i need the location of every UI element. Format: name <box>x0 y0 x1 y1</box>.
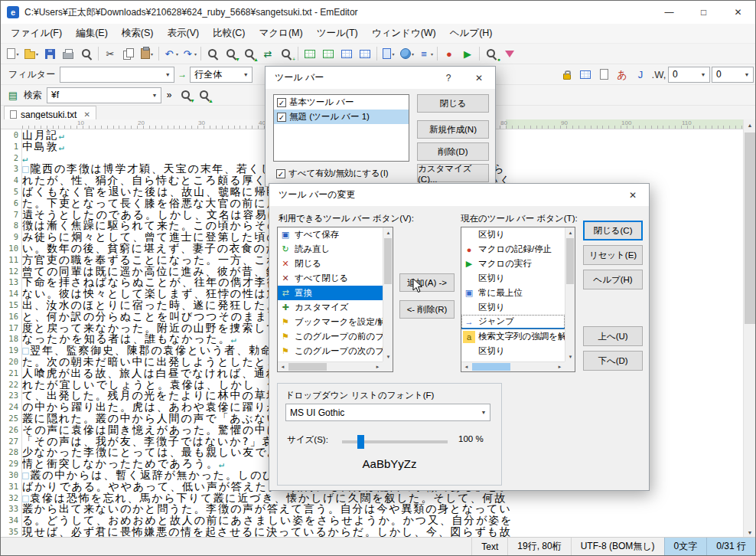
paste-button[interactable]: ▾ <box>138 45 156 62</box>
menu-item-compare[interactable]: 比較(C) <box>206 24 252 43</box>
toolbar-list-item[interactable]: ✓基本ツール バー <box>274 95 409 110</box>
menu-item-macros[interactable]: マクロ(M) <box>253 24 310 43</box>
menu-item-view[interactable]: 表示(V) <box>160 24 206 43</box>
chevron-down-icon[interactable]: ▾ <box>176 51 178 57</box>
font-size-slider-thumb[interactable] <box>357 435 364 449</box>
reset-button[interactable]: リセット(E) <box>583 245 643 265</box>
customize-button[interactable]: カスタマイズ(C)... <box>417 164 489 182</box>
button-list-item[interactable]: ↻読み直し <box>278 242 383 257</box>
scroll-up-icon[interactable]: ▲ <box>744 119 756 131</box>
find-button[interactable] <box>204 45 222 62</box>
redo-button[interactable]: ↷▾ <box>180 45 198 62</box>
dialog-close-icon[interactable]: ✕ <box>618 184 647 206</box>
apply-filter-button[interactable]: → <box>174 67 190 83</box>
editor-line-35[interactable]: 35現せば、必ず君に畏怖嫌悪の情を起させるに決っているからだ。しかし、今、図らず… <box>1 526 743 538</box>
cjk-input-button[interactable]: あ <box>613 66 631 83</box>
button-list-item[interactable]: 区切り <box>461 300 565 315</box>
delete-button[interactable]: 削除(D) <box>417 142 489 161</box>
close-button[interactable]: 閉じる <box>417 94 489 113</box>
find-previous-toolbar-button[interactable]: ▲ <box>195 87 213 103</box>
find-in-files-button[interactable]: + <box>277 45 295 62</box>
editor-line-33[interactable]: 33叢から出て来ないのかと問うた。李徴の声が答えて言う。自分は今や異類の身となっ… <box>1 503 743 515</box>
button-list-item[interactable]: ▶マクロの実行 <box>461 257 565 271</box>
checkbox-icon[interactable]: ✓ <box>277 98 286 107</box>
list-horizontal-scrollbar[interactable]: ◄► <box>461 361 565 371</box>
list-vertical-scrollbar[interactable]: ▲▼ <box>383 227 393 361</box>
button-list-item[interactable]: ●マクロの記録/停止 <box>461 242 565 257</box>
button-list-item[interactable]: ▣すべて保存 <box>278 227 383 242</box>
csv-tab-button[interactable] <box>337 45 356 62</box>
chevron-down-icon[interactable]: ▾ <box>412 51 414 57</box>
button-list-item[interactable]: →ジャンプ <box>461 315 565 329</box>
csv-standard-button[interactable] <box>301 45 319 62</box>
button-list-item[interactable]: ▣常に最上位 <box>461 286 565 300</box>
jump-marker-button[interactable]: J <box>631 66 650 83</box>
move-up-button[interactable]: 上へ(U) <box>583 326 643 346</box>
button-list-item[interactable]: ⚑このグループの前のブックマーク <box>278 329 383 344</box>
title-bar[interactable]: e C:¥Users¥正太郎¥Downloads¥210628¥624_ruby… <box>1 1 755 24</box>
menu-item-search[interactable]: 検索(S) <box>115 24 161 43</box>
chevron-down-icon[interactable]: ▼ <box>148 88 161 103</box>
csv-comma-button[interactable] <box>319 45 337 62</box>
close-button[interactable]: 閉じる(C) <box>583 221 643 240</box>
find-previous-button[interactable]: ▲ <box>240 45 259 62</box>
open-file-button[interactable]: ▾ <box>22 45 41 62</box>
menu-item-tools[interactable]: ツール(T) <box>310 24 365 43</box>
chevron-down-icon[interactable]: ▼ <box>240 67 252 82</box>
search-highlight-button[interactable]: ● <box>482 45 500 62</box>
button-list-item[interactable]: 区切り <box>461 271 565 286</box>
chevron-down-icon[interactable]: ▾ <box>16 51 18 57</box>
chevron-down-icon[interactable]: ▾ <box>151 51 153 57</box>
button-list-item[interactable]: a検索文字列の強調を解除 <box>461 329 565 344</box>
status-segment-4[interactable]: 0/31 行 <box>706 538 755 555</box>
new-file-button[interactable]: ▾ <box>4 45 22 62</box>
copy-button[interactable] <box>119 45 138 62</box>
remove-button[interactable]: <- 削除(R) <box>399 300 455 319</box>
filter-input[interactable]: ▼ <box>60 67 174 83</box>
list-horizontal-scrollbar[interactable]: ◄► <box>278 361 383 371</box>
web-preview-button[interactable]: ▾ <box>398 45 416 62</box>
print-preview-button[interactable] <box>77 45 96 62</box>
chevron-down-icon[interactable]: ▼ <box>477 404 490 420</box>
cut-button[interactable]: ✂ <box>101 45 119 62</box>
font-select[interactable]: MS UI Gothic▼ <box>285 404 490 421</box>
menu-item-window[interactable]: ウィンドウ(W) <box>365 24 443 43</box>
print-button[interactable] <box>59 45 77 62</box>
editor-line-32[interactable]: 32□袁傪は恐怖を忘れ、馬から下りて叢に近づき、懐かしげに久闊を叙した。そして、… <box>1 492 743 504</box>
toolbar-list-item[interactable]: ✓無題 (ツール バー 1) <box>274 110 409 124</box>
chevron-down-icon[interactable]: ▼ <box>161 67 174 82</box>
html-toolbar-button[interactable]: ▾ <box>380 45 398 62</box>
dialog-close-icon[interactable]: ✕ <box>464 67 494 89</box>
button-list-item[interactable]: ✕閉じる <box>278 257 383 271</box>
move-down-button[interactable]: 下へ(D) <box>583 351 643 371</box>
close-button[interactable]: ✕ <box>721 1 755 24</box>
outline-level-select[interactable]: 0▼ <box>712 67 754 83</box>
advanced-filter-button[interactable] <box>500 45 519 62</box>
status-segment-0[interactable]: Text <box>471 538 507 555</box>
status-segment-1[interactable]: 19行, 80桁 <box>507 538 570 555</box>
editor-line-34[interactable]: 34る。どうして、おめおめと故人の前にあさましい姿をさらせようか。かつ又、自分が… <box>1 515 743 526</box>
button-list-item[interactable]: ⚑このグループの次のブックマーク <box>278 344 383 358</box>
tab-close-icon[interactable]: ✕ <box>83 110 90 119</box>
chevron-down-icon[interactable]: ▾ <box>392 51 394 57</box>
button-list-item[interactable]: ✕すべて閉じる <box>278 271 383 286</box>
new-button[interactable]: 新規作成(N) <box>417 120 489 139</box>
vertical-scrollbar[interactable]: ▲ ▼ <box>743 119 756 538</box>
menu-item-edit[interactable]: 編集(E) <box>69 24 115 43</box>
dialog-title-bar[interactable]: ツール バーの変更 <box>269 184 649 206</box>
record-macro-button[interactable]: ● <box>440 45 458 62</box>
lock-button[interactable] <box>558 66 576 83</box>
run-macro-button[interactable]: ▶ <box>458 45 477 62</box>
maximize-button[interactable]: □ <box>686 1 721 24</box>
heading-level-select[interactable]: 0▼ <box>668 67 710 83</box>
undo-button[interactable]: ↶▾ <box>161 45 180 62</box>
chevron-down-icon[interactable]: ▾ <box>194 51 197 57</box>
button-list-item[interactable]: 区切り <box>461 344 565 358</box>
match-scope-select[interactable]: 行全体▼ <box>190 67 253 83</box>
available-buttons-list[interactable]: ▣すべて保存↻読み直し✕閉じる✕すべて閉じる⇄置換✚カスタマイズ⚑ブックマークを… <box>277 227 393 372</box>
chevron-down-icon[interactable]: ▾ <box>36 51 38 57</box>
minimize-button[interactable]: — <box>652 1 686 24</box>
checkbox-icon[interactable]: ✓ <box>277 113 286 122</box>
menu-item-help[interactable]: ヘルプ(H) <box>443 24 500 43</box>
status-segment-2[interactable]: UTF-8 (BOM無し) <box>571 538 664 555</box>
